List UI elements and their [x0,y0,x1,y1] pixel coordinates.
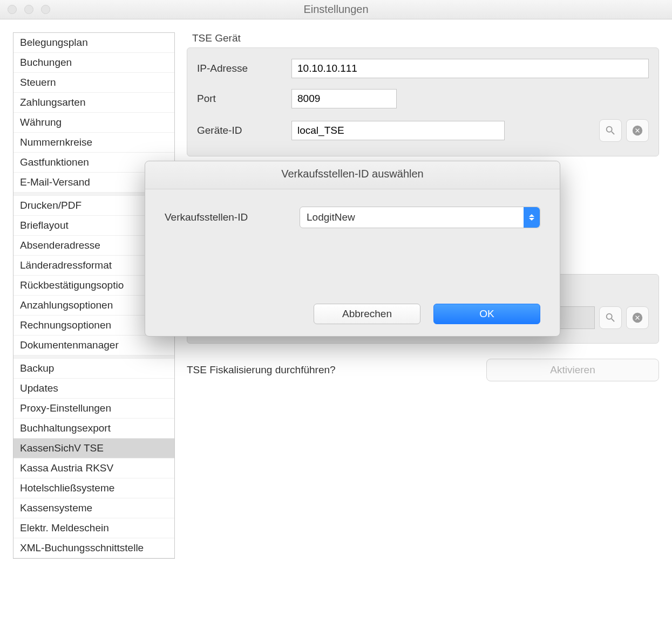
ip-label: IP-Adresse [197,63,291,74]
device-search-button[interactable] [599,119,622,142]
sidebar-item[interactable]: XML-Buchungsschnittstelle [13,538,174,558]
titlebar: Einstellungen [0,0,672,19]
window-title: Einstellungen [0,3,672,16]
port-label: Port [197,93,291,105]
sidebar-item[interactable]: Buchhaltungsexport [13,419,174,439]
pos-id-value: LodgitNew [307,211,355,223]
search-icon [605,312,616,324]
sidebar-item[interactable]: Backup [13,359,174,379]
pos-id-dropdown[interactable]: LodgitNew [300,207,540,228]
port-input[interactable] [291,89,397,108]
sidebar-item[interactable]: Zahlungsarten [13,93,174,113]
clear-icon [632,125,643,136]
device-id-input[interactable] [291,121,505,140]
select-pos-id-modal: Verkaufsstellen-ID auswählen Verkaufsste… [145,161,560,337]
sidebar-item[interactable]: Hotelschließsysteme [13,478,174,498]
sidebar-item[interactable]: Dokumentenmanager [13,336,174,355]
ip-input[interactable] [291,59,649,78]
sidebar-item[interactable]: Updates [13,379,174,399]
sidebar-item[interactable]: Buchungen [13,53,174,73]
tse-group-label: TSE Gerät [187,32,659,47]
sidebar-item[interactable]: Nummernkreise [13,133,174,153]
dropdown-caret-icon [524,207,540,228]
transactions-search-button[interactable] [599,306,622,329]
transactions-clear-button[interactable] [626,306,649,329]
device-clear-button[interactable] [626,119,649,142]
clear-icon [632,312,643,324]
device-id-label: Geräte-ID [197,125,291,136]
sidebar-item[interactable]: Steuern [13,73,174,93]
ok-button[interactable]: OK [433,304,540,324]
sidebar-item[interactable]: Proxy-Einstellungen [13,399,174,419]
sidebar-item[interactable]: Kassa Austria RKSV [13,458,174,478]
modal-title: Verkaufsstellen-ID auswählen [145,161,560,189]
search-icon [605,125,616,136]
pos-id-label: Verkaufsstellen-ID [165,211,300,223]
sidebar-item[interactable]: Belegungsplan [13,33,174,53]
sidebar-item[interactable]: Kassensysteme [13,498,174,518]
sidebar-item[interactable]: KassenSichV TSE [13,439,174,458]
activate-label: TSE Fiskalisierung durchführen? [187,364,336,376]
cancel-button[interactable]: Abbrechen [314,304,420,324]
sidebar-item[interactable]: Währung [13,113,174,133]
tse-group-box: IP-Adresse Port Geräte-ID [187,47,659,156]
sidebar-item[interactable]: Elektr. Meldeschein [13,518,174,538]
activate-button[interactable]: Aktivieren [486,359,659,381]
